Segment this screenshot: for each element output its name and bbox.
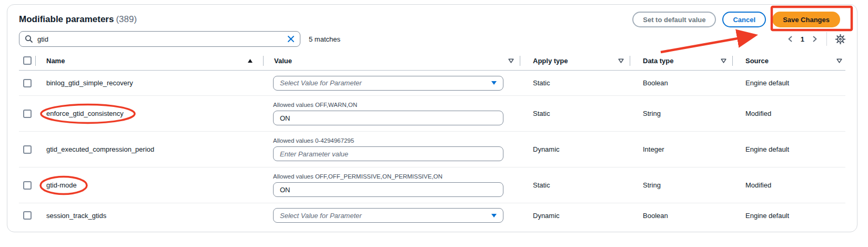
table-row: enforce_gtid_consistency Allowed values … [19,96,845,132]
pagination: 1 [787,32,845,46]
value-input[interactable] [273,146,503,161]
caret-down-icon [491,81,497,85]
select-all-checkbox[interactable] [23,56,32,65]
source-value: Modified [733,181,845,189]
column-header-apply-type[interactable]: Apply type [520,51,630,70]
parameter-search-box[interactable] [19,31,300,47]
select-all-cell [19,51,36,70]
row-checkbox[interactable] [23,211,32,220]
allowed-values-text: Allowed values OFF,WARN,ON [273,102,503,108]
parameters-table: Name Value Apply type Data type [19,51,845,228]
search-input[interactable] [37,35,287,43]
row-checkbox[interactable] [23,145,32,154]
column-header-name[interactable]: Name [36,51,264,70]
row-checkbox[interactable] [23,110,32,118]
search-icon [25,35,33,43]
table-row: gtid-mode Allowed values OFF,OFF_PERMISS… [19,167,845,203]
caret-down-icon [491,214,497,218]
data-type-value: String [630,110,733,117]
source-value: Engine default [733,79,845,87]
filter-value-icon[interactable] [508,58,514,63]
table-header-row: Name Value Apply type Data type [19,51,845,71]
table-settings-gear-icon[interactable] [835,34,845,44]
table-row: binlog_gtid_simple_recovery Select Value… [19,71,845,96]
current-page-number[interactable]: 1 [801,35,804,43]
data-type-value: String [630,181,733,189]
value-input[interactable] [273,111,503,125]
value-select[interactable]: Select Value for Parameter [273,208,503,223]
column-header-source[interactable]: Source [733,51,845,70]
apply-type-value: Dynamic [520,145,630,153]
page-title: Modifiable parameters(389) [19,14,137,25]
value-select[interactable]: Select Value for Parameter [273,76,503,91]
data-type-value: Integer [630,145,733,153]
apply-type-value: Static [520,110,630,117]
action-buttons: Set to default value Cancel Save Changes [632,12,840,27]
pager-divider [826,32,827,46]
source-value: Engine default [733,212,845,220]
sort-ascending-icon[interactable] [247,58,253,63]
data-type-value: Boolean [630,212,733,220]
cancel-button[interactable]: Cancel [722,12,766,27]
apply-type-value: Static [520,181,630,189]
panel-header: Modifiable parameters(389) Set to defaul… [19,11,845,28]
source-value: Modified [733,110,845,117]
value-input[interactable] [273,182,503,197]
filter-data-type-icon[interactable] [721,58,726,63]
row-checkbox[interactable] [23,79,32,87]
clear-search-icon[interactable] [287,35,295,43]
parameter-name: binlog_gtid_simple_recovery [36,79,264,87]
column-header-value[interactable]: Value [264,51,520,70]
table-row: session_track_gtids Select Value for Par… [19,203,845,228]
table-row: gtid_executed_compression_period Allowed… [19,132,845,167]
filter-apply-type-icon[interactable] [618,58,624,63]
filter-row: 5 matches 1 [19,31,845,47]
source-value: Engine default [733,145,845,153]
save-changes-button[interactable]: Save Changes [772,12,840,27]
column-header-data-type[interactable]: Data type [630,51,733,70]
filter-source-icon[interactable] [836,58,842,63]
parameter-count: (389) [116,14,137,24]
previous-page-icon[interactable] [787,35,793,43]
apply-type-value: Dynamic [520,212,630,220]
next-page-icon[interactable] [812,35,818,43]
allowed-values-text: Allowed values 0-4294967295 [273,137,503,144]
match-count-text: 5 matches [309,35,340,43]
parameter-name: gtid_executed_compression_period [36,145,264,153]
allowed-values-text: Allowed values OFF,OFF_PERMISSIVE,ON_PER… [273,173,503,180]
data-type-value: Boolean [630,79,733,87]
parameter-name: session_track_gtids [36,212,264,220]
apply-type-value: Static [520,79,630,87]
modifiable-parameters-panel: Modifiable parameters(389) Set to defaul… [7,4,857,232]
parameter-name: enforce_gtid_consistency [36,110,264,117]
set-to-default-button[interactable]: Set to default value [632,12,716,27]
row-checkbox[interactable] [23,181,32,190]
page-title-text: Modifiable parameters [19,14,114,24]
parameter-name: gtid-mode [36,181,264,189]
